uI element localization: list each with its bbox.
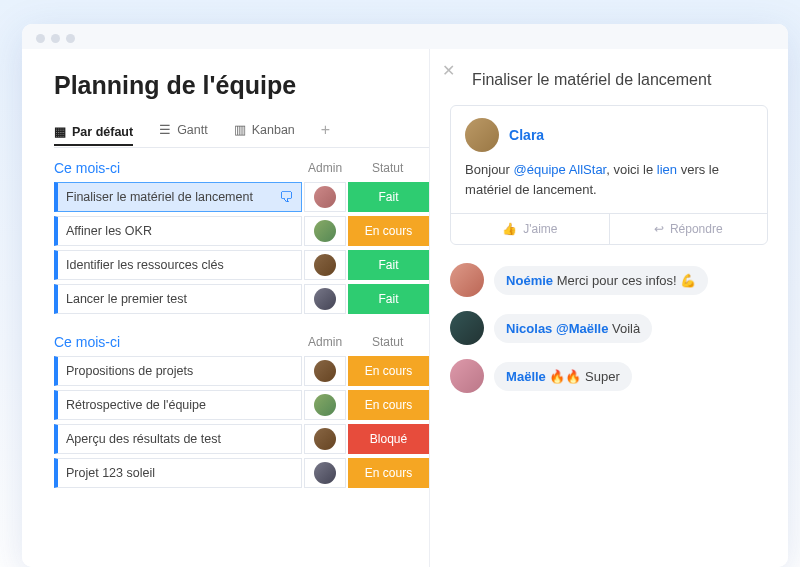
task-cell[interactable]: Aperçu des résultats de test xyxy=(54,424,302,454)
author-name[interactable]: Clara xyxy=(509,127,544,143)
admin-cell[interactable] xyxy=(304,390,346,420)
task-name: Finaliser le matériel de lancement xyxy=(66,190,253,204)
task-cell[interactable]: Identifier les ressources clés xyxy=(54,250,302,280)
avatar xyxy=(314,288,336,310)
gantt-icon: ☰ xyxy=(159,122,171,137)
avatar xyxy=(314,360,336,382)
col-status: Statut xyxy=(346,335,429,349)
task-cell[interactable]: Projet 123 soleil xyxy=(54,458,302,488)
comment-bubble[interactable]: Maëlle 🔥🔥 Super xyxy=(494,362,632,391)
tab-label: Gantt xyxy=(177,123,208,137)
task-group: Ce mois-ci Admin Statut Propositions de … xyxy=(54,334,429,488)
col-admin: Admin xyxy=(304,161,346,175)
like-button[interactable]: 👍 J'aime xyxy=(451,214,608,244)
tab-label: Par défaut xyxy=(72,125,133,139)
avatar xyxy=(314,428,336,450)
card-actions: 👍 J'aime ↩ Répondre xyxy=(451,213,767,244)
admin-cell[interactable] xyxy=(304,182,346,212)
mention-link[interactable]: @Maëlle xyxy=(552,321,608,336)
content-area: Planning de l'équipe ▦ Par défaut ☰ Gant… xyxy=(22,49,788,567)
task-name: Rétrospective de l'équipe xyxy=(66,398,206,412)
group-title[interactable]: Ce mois-ci xyxy=(54,160,304,176)
comment-bubble[interactable]: Noémie Merci pour ces infos! 💪 xyxy=(494,266,708,295)
admin-cell[interactable] xyxy=(304,284,346,314)
status-cell[interactable]: Fait xyxy=(348,182,429,212)
attachment-link[interactable]: lien xyxy=(657,162,677,177)
conversation-icon[interactable]: 🗨 xyxy=(279,189,293,205)
tab-gantt[interactable]: ☰ Gantt xyxy=(159,118,208,141)
author-row: Clara xyxy=(465,118,753,152)
task-name: Affiner les OKR xyxy=(66,224,152,238)
status-cell[interactable]: Fait xyxy=(348,250,429,280)
groups: Ce mois-ci Admin Statut Finaliser le mat… xyxy=(54,160,429,488)
main-panel: Planning de l'équipe ▦ Par défaut ☰ Gant… xyxy=(22,49,429,567)
status-cell[interactable]: En cours xyxy=(348,356,429,386)
tab-kanban[interactable]: ▥ Kanban xyxy=(234,118,295,141)
tab-label: Kanban xyxy=(252,123,295,137)
admin-cell[interactable] xyxy=(304,356,346,386)
col-status: Statut xyxy=(346,161,429,175)
table-row: Lancer le premier test Fait xyxy=(54,284,429,314)
task-cell[interactable]: Affiner les OKR xyxy=(54,216,302,246)
task-cell[interactable]: Propositions de projets xyxy=(54,356,302,386)
status-cell[interactable]: En cours xyxy=(348,216,429,246)
comment-row: Nicolas @Maëlle Voilà xyxy=(450,311,768,345)
avatar xyxy=(314,254,336,276)
avatar xyxy=(450,311,484,345)
task-name: Lancer le premier test xyxy=(66,292,187,306)
avatar xyxy=(314,220,336,242)
task-name: Aperçu des résultats de test xyxy=(66,432,221,446)
admin-cell[interactable] xyxy=(304,216,346,246)
task-name: Identifier les ressources clés xyxy=(66,258,224,272)
admin-cell[interactable] xyxy=(304,424,346,454)
task-name: Propositions de projets xyxy=(66,364,193,378)
avatar xyxy=(450,359,484,393)
tab-default[interactable]: ▦ Par défaut xyxy=(54,120,133,146)
commenter-name[interactable]: Nicolas xyxy=(506,321,552,336)
admin-cell[interactable] xyxy=(304,250,346,280)
comment-text: Merci pour ces infos! 💪 xyxy=(553,273,696,288)
page-title: Planning de l'équipe xyxy=(54,71,429,100)
commenter-name[interactable]: Maëlle xyxy=(506,369,546,384)
group-title[interactable]: Ce mois-ci xyxy=(54,334,304,350)
status-cell[interactable]: Bloqué xyxy=(348,424,429,454)
reply-button[interactable]: ↩ Répondre xyxy=(609,214,767,244)
add-view-button[interactable]: + xyxy=(321,121,330,139)
avatar xyxy=(465,118,499,152)
comments: Noémie Merci pour ces infos! 💪 Nicolas @… xyxy=(450,263,768,393)
status-cell[interactable]: En cours xyxy=(348,390,429,420)
comment-row: Maëlle 🔥🔥 Super xyxy=(450,359,768,393)
table-icon: ▦ xyxy=(54,124,66,139)
commenter-name[interactable]: Noémie xyxy=(506,273,553,288)
table-row: Aperçu des résultats de test Bloqué xyxy=(54,424,429,454)
view-tabs: ▦ Par défaut ☰ Gantt ▥ Kanban + xyxy=(54,118,429,148)
panel-title: Finaliser le matériel de lancement xyxy=(472,71,768,89)
reply-icon: ↩ xyxy=(654,222,664,236)
table-row: Projet 123 soleil En cours xyxy=(54,458,429,488)
col-admin: Admin xyxy=(304,335,346,349)
task-cell[interactable]: Finaliser le matériel de lancement🗨 xyxy=(54,182,302,212)
table-row: Identifier les ressources clés Fait xyxy=(54,250,429,280)
mention-link[interactable]: @équipe AllStar xyxy=(514,162,607,177)
task-cell[interactable]: Rétrospective de l'équipe xyxy=(54,390,302,420)
admin-cell[interactable] xyxy=(304,458,346,488)
kanban-icon: ▥ xyxy=(234,122,246,137)
app-window: Planning de l'équipe ▦ Par défaut ☰ Gant… xyxy=(22,24,788,567)
task-cell[interactable]: Lancer le premier test xyxy=(54,284,302,314)
table-row: Rétrospective de l'équipe En cours xyxy=(54,390,429,420)
comment-row: Noémie Merci pour ces infos! 💪 xyxy=(450,263,768,297)
details-panel: ✕ Finaliser le matériel de lancement Cla… xyxy=(429,49,788,567)
status-cell[interactable]: En cours xyxy=(348,458,429,488)
table-row: Propositions de projets En cours xyxy=(54,356,429,386)
avatar xyxy=(314,394,336,416)
task-group: Ce mois-ci Admin Statut Finaliser le mat… xyxy=(54,160,429,314)
window-dots xyxy=(22,24,788,49)
close-icon[interactable]: ✕ xyxy=(442,61,455,80)
avatar xyxy=(314,186,336,208)
table-row: Finaliser le matériel de lancement🗨 Fait xyxy=(54,182,429,212)
comment-text: Voilà xyxy=(608,321,640,336)
avatar xyxy=(314,462,336,484)
thumbs-up-icon: 👍 xyxy=(502,222,517,236)
status-cell[interactable]: Fait xyxy=(348,284,429,314)
comment-bubble[interactable]: Nicolas @Maëlle Voilà xyxy=(494,314,652,343)
